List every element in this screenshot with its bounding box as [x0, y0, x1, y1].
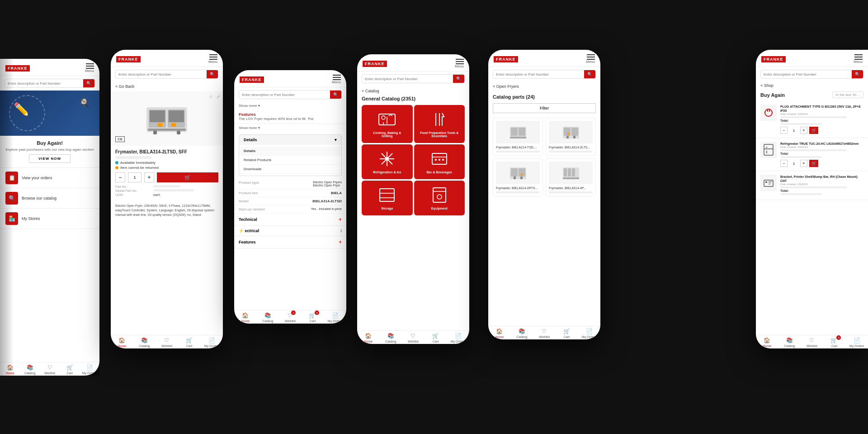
favorite-icon[interactable]: ☆	[209, 94, 213, 99]
svg-rect-54	[767, 109, 768, 112]
order-cart-1[interactable]: 🛒	[809, 127, 818, 134]
technical-section[interactable]: Technical +	[234, 214, 346, 226]
search-button-5[interactable]: 🔍	[584, 70, 595, 78]
view-now-button[interactable]: VIEW NOW	[29, 154, 71, 163]
category-equipment[interactable]: Equipment	[414, 181, 465, 215]
hamburger-icon-3[interactable]	[333, 75, 341, 80]
nav-wishlist-2[interactable]: ♡Wishlist	[156, 337, 178, 348]
nav-orders-1[interactable]: 📄My Orders	[80, 364, 99, 375]
category-food-prep[interactable]: Food Preparation Tools &Essentials	[414, 105, 465, 143]
product-card-2[interactable]: Frymaster, BIELA314-2LTS...	[546, 118, 596, 156]
nav-catalog-6[interactable]: 📚Catalog	[778, 337, 801, 348]
nav-cart-5[interactable]: 🛒Cart	[556, 328, 578, 339]
nav-orders-3[interactable]: 📄My Orders	[324, 312, 346, 323]
hamburger-icon-1[interactable]	[86, 63, 94, 69]
add-to-cart-button[interactable]: 🛒	[157, 172, 218, 182]
show-more-2[interactable]: Show more ▾	[234, 124, 346, 132]
search-input-5[interactable]	[493, 71, 584, 78]
search-button-2[interactable]: 🔍	[207, 70, 218, 78]
order-qty-plus-1[interactable]: +	[800, 127, 807, 134]
nav-wishlist-6[interactable]: ♡Wishlist	[801, 337, 823, 348]
orders-menu-item[interactable]: 📋 View your orders	[0, 168, 99, 188]
hamburger-icon-5[interactable]	[587, 54, 595, 60]
category-cooking[interactable]: Cooking, Baking &Grilling	[362, 105, 413, 143]
hamburger-icon-4[interactable]	[456, 59, 464, 64]
menu-top-5[interactable]: Menu	[586, 54, 595, 64]
nav-catalog-4[interactable]: 📚Catalog	[380, 333, 402, 343]
search-input-4[interactable]	[362, 75, 453, 83]
technical-plus-icon[interactable]: +	[339, 216, 342, 223]
spec-details-item[interactable]: Details	[239, 147, 341, 156]
order-cart-2[interactable]: 🛒	[809, 160, 818, 167]
hamburger-icon-2[interactable]	[209, 54, 217, 60]
shop-back-6[interactable]: < Shop	[756, 81, 868, 90]
search-input-1[interactable]	[5, 80, 83, 87]
nav-wishlist-4[interactable]: ♡Wishlist	[402, 333, 425, 343]
search-button-4[interactable]: 🔍	[453, 75, 464, 83]
order-qty-plus-2[interactable]: +	[800, 160, 807, 167]
electrical-section[interactable]: ⚡ ectrical ℹ	[234, 226, 346, 236]
nav-orders-2[interactable]: 📄My Orders	[200, 337, 223, 348]
qty-plus-button[interactable]: +	[144, 172, 154, 182]
nav-cart-1[interactable]: 🛒Cart	[60, 364, 80, 375]
stores-menu-item[interactable]: 🏪 My Stores	[0, 209, 99, 229]
back-link-5[interactable]: < Open Fryers	[488, 81, 600, 91]
show-more-1[interactable]: Show more ▾	[234, 102, 346, 110]
catalog-back-4[interactable]: < Catalog	[357, 86, 469, 96]
spec-related-item[interactable]: Related Products	[239, 156, 341, 165]
menu-top-6[interactable]: Menu	[854, 54, 863, 64]
menu-top-1[interactable]: Menu	[85, 63, 94, 73]
category-storage[interactable]: Storage	[362, 181, 413, 215]
qty-minus-button[interactable]: −	[115, 172, 125, 182]
category-bar[interactable]: Bar & Beverages	[414, 144, 465, 179]
time-filter[interactable]: In the last 30 ...	[832, 91, 863, 98]
product-card-3[interactable]: Frymaster, BIELA314-2RTS...	[493, 158, 543, 196]
nav-orders-6[interactable]: 📄My Orders	[845, 337, 868, 348]
features-section-header[interactable]: Features +	[234, 236, 346, 248]
qty-input[interactable]	[128, 172, 142, 182]
nav-wishlist-1[interactable]: ♡Wishlist	[40, 364, 60, 375]
search-input-2[interactable]	[116, 71, 207, 78]
nav-cart-6[interactable]: 🛒 0 Cart	[823, 337, 846, 348]
features-plus-icon[interactable]: +	[339, 239, 342, 245]
search-button-6[interactable]: 🔍	[852, 70, 863, 78]
nav-cart-4[interactable]: 🛒Cart	[425, 333, 447, 343]
nav-wishlist-3[interactable]: ♡ 2 Wishlist	[279, 312, 302, 323]
search-input-3[interactable]	[239, 91, 330, 99]
product-card-1[interactable]: Frymaster, BIELA214-TSD,...	[493, 118, 543, 156]
wishlist-icon-4: ♡	[410, 333, 415, 339]
menu-top-2[interactable]: Menu	[208, 54, 217, 64]
nav-cart-3[interactable]: 🛒 6 Cart	[302, 312, 324, 323]
nav-wishlist-5[interactable]: ♡Wishlist	[533, 328, 556, 339]
filter-button[interactable]: Filter	[493, 103, 596, 113]
catalog-menu-item[interactable]: 🔍 Browse our catalog	[0, 188, 99, 209]
nav-cart-2[interactable]: 🛒Cart	[178, 337, 201, 348]
nav-catalog-label-1: Catalog	[24, 372, 35, 375]
expand-icon[interactable]: ⤢	[217, 94, 220, 99]
dropdown-header[interactable]: Details ▾	[239, 135, 341, 145]
nav-home-5[interactable]: 🏠Home	[488, 328, 511, 339]
nav-home-6[interactable]: 🏠Home	[756, 337, 778, 348]
back-link-2[interactable]: < Go Back	[111, 81, 223, 91]
nav-catalog-1[interactable]: 📚Catalog	[20, 364, 40, 375]
nav-orders-4[interactable]: 📄My Orders	[447, 333, 469, 343]
spec-downloads-item[interactable]: Downloads	[239, 165, 341, 174]
nav-orders-5[interactable]: 📄My Orders	[578, 328, 600, 339]
search-button-3[interactable]: 🔍	[330, 91, 341, 99]
nav-home-1[interactable]: 🏠Home	[0, 364, 20, 375]
search-button-1[interactable]: 🔍	[83, 79, 94, 87]
hamburger-icon-6[interactable]	[854, 54, 863, 60]
product-card-4[interactable]: Frymaster, BIELA314-4P...	[546, 158, 596, 196]
nav-catalog-2[interactable]: 📚Catalog	[133, 337, 156, 348]
search-input-6[interactable]	[761, 71, 852, 78]
category-refrigeration[interactable]: Refrigeration & Ice	[362, 144, 413, 179]
order-qty-minus-1[interactable]: −	[780, 127, 788, 134]
nav-catalog-5[interactable]: 📚Catalog	[511, 328, 533, 339]
menu-top-3[interactable]: Menu	[332, 75, 341, 84]
nav-home-4[interactable]: 🏠Home	[357, 333, 380, 343]
order-qty-minus-2[interactable]: −	[780, 160, 788, 167]
nav-home-3[interactable]: 🏠Home	[234, 312, 257, 323]
nav-home-2[interactable]: 🏠Home	[111, 337, 133, 348]
nav-catalog-3[interactable]: 📚Catalog	[257, 312, 279, 323]
menu-top-4[interactable]: Menu	[455, 59, 464, 68]
